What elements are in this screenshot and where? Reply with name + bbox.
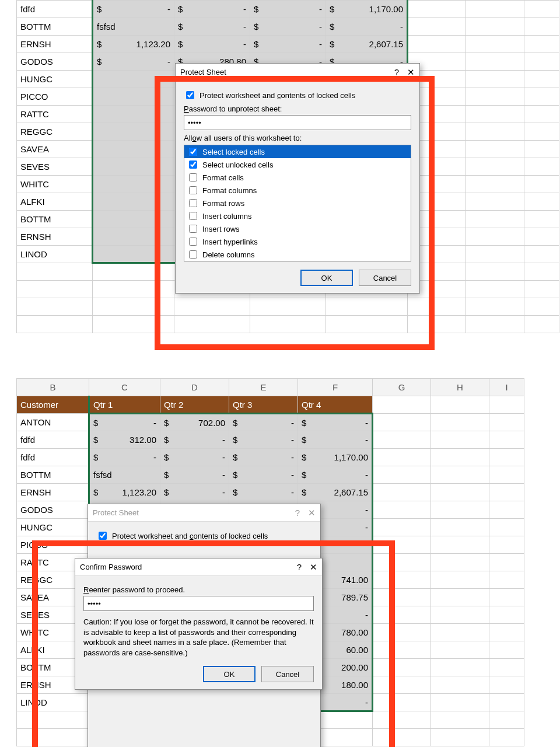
cell[interactable]	[524, 298, 559, 316]
password-input[interactable]	[184, 115, 411, 130]
cell[interactable]	[489, 694, 524, 711]
cell[interactable]: $-	[229, 414, 298, 431]
permission-item[interactable]: Select locked cells	[184, 145, 411, 158]
protect-sheet-dialog[interactable]: Protect Sheet ? ✕ Protect worksheet and …	[175, 63, 420, 294]
cell[interactable]	[524, 263, 559, 281]
cell[interactable]: $1,123.20	[89, 484, 160, 501]
cell[interactable]	[93, 211, 174, 228]
column-header[interactable]: G	[373, 379, 431, 396]
cell[interactable]: $-	[298, 466, 373, 484]
cell[interactable]	[524, 246, 559, 263]
cell[interactable]	[373, 554, 431, 571]
cell[interactable]	[373, 589, 431, 606]
cell[interactable]	[489, 589, 524, 606]
cell[interactable]	[431, 449, 489, 466]
cell[interactable]: $312.00	[89, 431, 160, 449]
cell[interactable]	[489, 659, 524, 676]
cell[interactable]	[466, 263, 524, 281]
cell[interactable]	[431, 624, 489, 641]
cell[interactable]	[408, 1, 466, 18]
cell[interactable]	[373, 729, 431, 746]
cell[interactable]	[524, 36, 559, 53]
cell[interactable]	[373, 431, 431, 449]
cell[interactable]	[93, 176, 174, 193]
header-cell[interactable]: Qtr 1	[89, 396, 160, 414]
cell[interactable]: ERNSH	[17, 36, 93, 53]
cell[interactable]	[431, 589, 489, 606]
cell[interactable]	[373, 641, 431, 659]
cell[interactable]: BOTTM	[17, 466, 89, 484]
dialog-titlebar[interactable]: Confirm Password ? ✕	[75, 558, 322, 576]
cell[interactable]	[524, 141, 559, 158]
cell[interactable]	[93, 71, 174, 88]
permission-checkbox[interactable]	[189, 250, 197, 259]
cell[interactable]	[489, 449, 524, 466]
header-cell[interactable]: Qtr 3	[229, 396, 298, 414]
cell[interactable]: $-	[298, 414, 373, 431]
cell[interactable]	[524, 281, 559, 298]
cell[interactable]	[489, 641, 524, 659]
cell[interactable]	[466, 176, 524, 193]
cell[interactable]	[17, 316, 93, 333]
cell[interactable]: RATTC	[17, 106, 93, 123]
cell[interactable]	[93, 106, 174, 123]
cell[interactable]	[466, 36, 524, 53]
header-cell[interactable]: Qtr 4	[298, 396, 373, 414]
cell[interactable]	[466, 123, 524, 141]
cell[interactable]: LINOD	[17, 246, 93, 263]
cell[interactable]: $-	[229, 484, 298, 501]
cell[interactable]: $-	[89, 414, 160, 431]
cell[interactable]	[326, 298, 408, 316]
cell[interactable]	[373, 624, 431, 641]
cell[interactable]	[431, 554, 489, 571]
cell[interactable]	[431, 571, 489, 589]
cell[interactable]	[93, 88, 174, 106]
column-header[interactable]: F	[298, 379, 373, 396]
column-header[interactable]: C	[89, 379, 160, 396]
header-cell[interactable]: Customer	[17, 396, 89, 414]
cell[interactable]	[431, 414, 489, 431]
cell[interactable]	[466, 211, 524, 228]
cell[interactable]	[431, 641, 489, 659]
cell[interactable]	[431, 536, 489, 554]
cell[interactable]	[466, 281, 524, 298]
cell[interactable]	[93, 281, 174, 298]
cell[interactable]: $-	[160, 449, 229, 466]
cell[interactable]	[17, 281, 93, 298]
cell[interactable]: SEVES	[17, 158, 93, 176]
cell[interactable]: ERNSH	[17, 228, 93, 246]
cell[interactable]	[373, 414, 431, 431]
permission-item[interactable]: Format cells	[184, 171, 411, 184]
cell[interactable]: BOTTM	[17, 18, 93, 36]
permission-checkbox[interactable]	[189, 225, 197, 233]
cell[interactable]: $-	[174, 36, 250, 53]
cell[interactable]: HUNGC	[17, 71, 93, 88]
cell[interactable]: fsfsd	[89, 466, 160, 484]
cell[interactable]	[431, 729, 489, 746]
cell[interactable]	[466, 193, 524, 211]
cell[interactable]: $2,607.15	[298, 484, 373, 501]
cell[interactable]	[466, 71, 524, 88]
cell[interactable]	[17, 711, 89, 729]
cell[interactable]	[524, 158, 559, 176]
cell[interactable]	[93, 141, 174, 158]
cell[interactable]	[373, 659, 431, 676]
permission-item[interactable]: Format rows	[184, 197, 411, 210]
cell[interactable]	[431, 466, 489, 484]
cell[interactable]: $-	[229, 431, 298, 449]
cell[interactable]	[489, 466, 524, 484]
cell[interactable]	[431, 694, 489, 711]
cell[interactable]: $-	[174, 1, 250, 18]
cell[interactable]	[466, 158, 524, 176]
cell[interactable]	[17, 729, 89, 746]
cell[interactable]	[524, 53, 559, 71]
cell[interactable]	[373, 676, 431, 694]
cell[interactable]	[466, 53, 524, 71]
cell[interactable]: LINOD	[17, 694, 89, 711]
cell[interactable]	[524, 176, 559, 193]
cell[interactable]	[489, 519, 524, 536]
cell[interactable]	[431, 431, 489, 449]
cell[interactable]	[489, 554, 524, 571]
help-icon[interactable]: ?	[297, 562, 302, 573]
cell[interactable]	[489, 414, 524, 431]
